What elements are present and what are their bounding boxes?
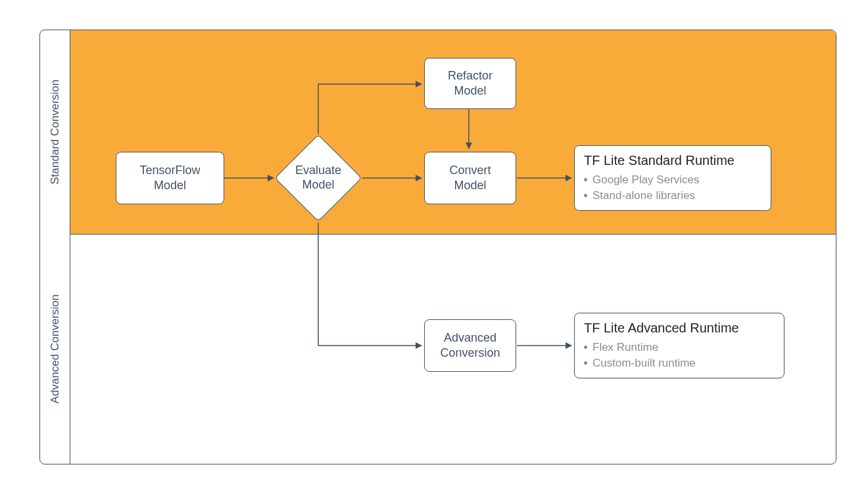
section-label-advanced-text: Advanced Conversion bbox=[49, 294, 62, 403]
bullet-icon bbox=[584, 178, 587, 181]
bullet-icon bbox=[584, 194, 587, 197]
node-convert-model: Convert Model bbox=[424, 152, 516, 204]
node-refactor-model-line1: Refactor bbox=[448, 68, 493, 83]
node-advanced-runtime-bullet-1-text: Custom-built runtime bbox=[592, 355, 696, 371]
node-standard-runtime-bullet-0-text: Google Play Services bbox=[592, 172, 700, 188]
node-standard-runtime-bullet-0: Google Play Services bbox=[584, 172, 761, 188]
edge-evaluate-to-advconv bbox=[318, 223, 422, 346]
section-label-standard: Standard Conversion bbox=[40, 30, 70, 234]
diagram-frame: Standard Conversion Advanced Conversion bbox=[39, 30, 836, 464]
node-standard-runtime-bullet-1-text: Stand-alone libraries bbox=[592, 188, 695, 204]
section-label-standard-text: Standard Conversion bbox=[49, 79, 62, 185]
section-divider bbox=[70, 30, 70, 464]
section-label-advanced: Advanced Conversion bbox=[40, 234, 70, 464]
node-convert-model-line2: Model bbox=[454, 178, 486, 193]
node-advanced-runtime: TF Lite Advanced Runtime Flex Runtime Cu… bbox=[574, 313, 784, 378]
node-refactor-model-line2: Model bbox=[454, 83, 486, 99]
node-tensorflow-model-line2: Model bbox=[154, 178, 186, 193]
bullet-icon bbox=[584, 361, 587, 365]
node-standard-runtime: TF Lite Standard Runtime Google Play Ser… bbox=[574, 145, 771, 211]
node-advanced-runtime-bullet-1: Custom-built runtime bbox=[584, 355, 775, 371]
bullet-icon bbox=[584, 346, 587, 349]
node-tensorflow-model-line1: TensorFlow bbox=[139, 163, 200, 178]
node-advanced-runtime-bullet-0: Flex Runtime bbox=[584, 340, 775, 355]
node-standard-runtime-title: TF Lite Standard Runtime bbox=[584, 153, 761, 168]
node-standard-runtime-bullet-1: Stand-alone libraries bbox=[584, 188, 761, 204]
node-tensorflow-model: TensorFlow Model bbox=[116, 152, 224, 204]
node-advanced-conversion-line1: Advanced bbox=[444, 330, 496, 346]
node-refactor-model: Refactor Model bbox=[424, 58, 516, 109]
node-advanced-conversion: Advanced Conversion bbox=[424, 319, 516, 372]
node-advanced-runtime-title: TF Lite Advanced Runtime bbox=[584, 321, 775, 336]
node-advanced-conversion-line2: Conversion bbox=[440, 346, 500, 361]
node-convert-model-line1: Convert bbox=[449, 163, 491, 178]
node-advanced-runtime-bullet-0-text: Flex Runtime bbox=[592, 340, 658, 355]
